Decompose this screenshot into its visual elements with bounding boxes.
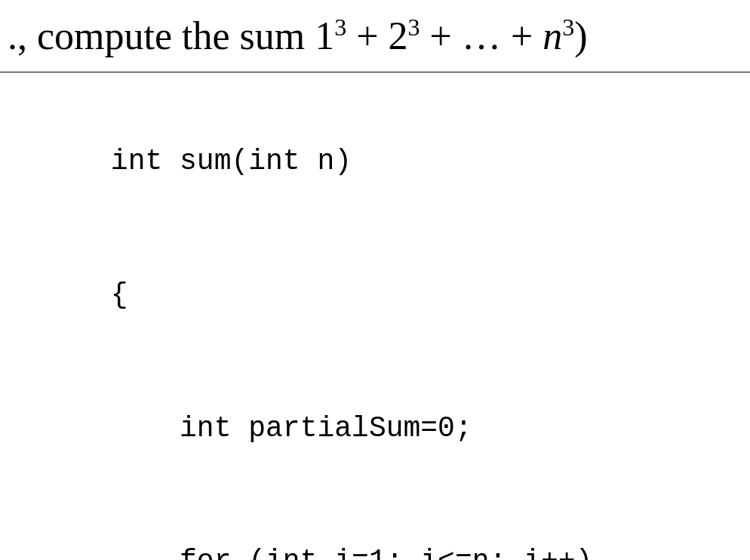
code-line-3: int partialSum=0;	[111, 412, 472, 445]
header-text: ., compute the sum 13 + 23 + … + n3)	[8, 14, 588, 58]
code-section: int sum(int n) { int partialSum=0; for (…	[0, 72, 750, 560]
code-line-4: for (int i=1; i<=n; i++)	[111, 545, 593, 560]
header-section: ., compute the sum 13 + 23 + … + n3)	[0, 0, 750, 72]
code-line-1: int sum(int n)	[111, 145, 352, 177]
header-mid2: + … +	[420, 14, 543, 57]
code-line-2: {	[111, 278, 128, 311]
sup3: 3	[562, 14, 574, 41]
code-block: int sum(int n) { int partialSum=0; for (…	[8, 95, 742, 560]
header-suffix: )	[574, 14, 587, 57]
sup2: 3	[408, 14, 420, 41]
italic-n: n	[543, 14, 562, 57]
sup1: 3	[334, 14, 346, 41]
header-mid1: + 2	[346, 14, 407, 57]
header-prefix: ., compute the sum 1	[8, 14, 334, 57]
page-container: ., compute the sum 13 + 23 + … + n3) int…	[0, 0, 750, 560]
